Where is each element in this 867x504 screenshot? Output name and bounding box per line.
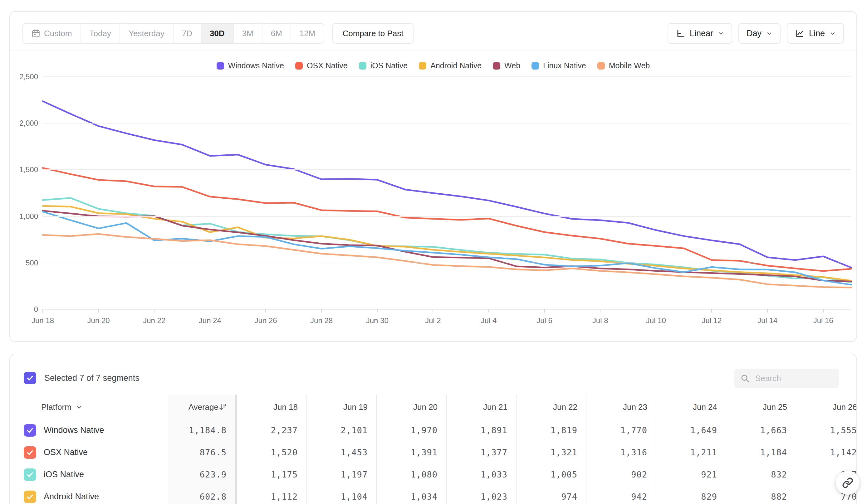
day-header-label: Jun 26 [833,402,857,412]
column-header-jun-19[interactable]: Jun 19 [307,395,377,419]
column-header-average[interactable]: Average [168,395,237,419]
segment-checkbox-osx-native[interactable] [24,446,36,459]
day-value: 1,453 [341,448,368,457]
column-header-jun-24[interactable]: Jun 24 [656,395,726,419]
value-cell-jun-20: 1,034 [377,485,447,504]
value-cell-jun-19: 1,104 [307,485,377,504]
day-header-label: Jun 21 [483,402,507,412]
x-axis-tick [600,309,600,313]
y-axis-label: 0 [11,305,38,314]
column-header-jun-23[interactable]: Jun 23 [586,395,656,419]
y-axis-label: 1,000 [11,212,38,221]
value-cell-jun-23: 1,316 [586,441,656,463]
value-cell-jun-21: 1,891 [447,419,516,441]
day-value: 1,211 [691,448,717,457]
value-cell-jun-25: 1,663 [726,419,796,441]
day-value: 1,005 [550,470,577,479]
select-all-checkbox[interactable] [24,372,36,384]
day-header-label: Jun 23 [623,402,647,412]
x-axis-tick [210,309,210,313]
day-value: 1,033 [481,470,507,479]
average-value: 623.9 [200,470,227,479]
day-header-label: Jun 24 [693,402,717,412]
value-cell-jun-24: 829 [656,485,726,504]
platform-cell-android-native: Android Native [10,485,168,504]
value-cell-jun-23: 942 [586,485,656,504]
segments-card: Selected 7 of 7 segments PlatformAverage… [9,354,857,504]
column-header-jun-22[interactable]: Jun 22 [516,395,586,419]
average-cell: 623.9 [168,463,237,485]
day-header-label: Jun 18 [274,402,298,412]
x-axis-label: Jul 8 [592,316,608,325]
value-cell-jun-22: 1,321 [516,441,586,463]
x-axis-label: Jul 14 [758,316,778,325]
value-cell-jun-25: 882 [726,485,796,504]
day-value: 1,184 [760,448,787,457]
platform-label: Android Native [44,492,99,502]
y-axis-label: 2,500 [11,72,38,81]
value-cell-jun-21: 1,023 [447,485,516,504]
day-value: 902 [631,470,647,479]
gridline-1000 [43,216,851,217]
day-value: 1,391 [411,448,438,457]
checkmark-icon [26,426,34,435]
y-axis-label: 1,500 [11,165,38,174]
checkmark-icon [26,374,34,382]
checkmark-icon [26,471,34,479]
day-value: 1,080 [411,470,438,479]
plot-area [43,77,851,309]
column-header-jun-26[interactable]: Jun 26 [796,395,857,419]
average-cell: 1,184.8 [168,419,237,441]
search-box [734,369,839,388]
column-header-jun-18[interactable]: Jun 18 [237,395,307,419]
search-input[interactable] [754,373,833,384]
segment-checkbox-android-native[interactable] [24,491,36,503]
x-axis-tick [823,309,824,313]
segment-checkbox-windows-native[interactable] [24,424,36,437]
x-axis-tick [42,309,43,313]
search-icon [740,374,750,383]
column-header-platform[interactable]: Platform [10,395,168,419]
x-axis-label: Jul 2 [425,316,441,325]
x-axis-label: Jun 22 [143,316,165,325]
day-value: 1,023 [481,492,507,502]
day-value: 882 [771,492,787,502]
day-value: 1,321 [550,448,577,457]
table-row-windows-native: Windows Native1,184.82,2372,1011,9701,89… [10,419,857,441]
day-header-label: Jun 25 [763,402,787,412]
x-axis-label: Jul 4 [481,316,497,325]
platform-header-label: Platform [41,402,72,412]
day-value: 832 [771,470,787,479]
x-axis-label: Jun 18 [32,316,54,325]
x-axis-tick [377,309,378,313]
segment-checkbox-ios-native[interactable] [24,469,36,481]
average-value: 1,184.8 [189,425,227,435]
share-link-button[interactable] [836,471,859,495]
value-cell-jun-21: 1,377 [447,441,516,463]
day-value: 1,104 [341,492,368,502]
x-axis-tick [265,309,266,313]
link-icon [842,477,853,489]
value-cell-jun-22: 974 [516,485,586,504]
x-axis-tick [432,309,433,313]
day-value: 1,316 [620,448,647,457]
average-cell: 876.5 [168,441,237,463]
chart-card: CustomTodayYesterday7D30D3M6M12M Compare… [9,11,857,342]
column-header-jun-25[interactable]: Jun 25 [726,395,796,419]
value-cell-jun-25: 1,184 [726,441,796,463]
x-axis-label: Jun 24 [199,316,221,325]
column-header-jun-21[interactable]: Jun 21 [447,395,516,419]
average-value: 876.5 [200,448,227,457]
day-value: 1,034 [411,492,438,502]
value-cell-jun-19: 1,197 [307,463,377,485]
day-value: 974 [561,492,577,502]
value-cell-jun-24: 1,649 [656,419,726,441]
day-value: 1,197 [341,470,368,479]
column-header-jun-20[interactable]: Jun 20 [377,395,447,419]
x-axis-tick [321,309,322,313]
value-cell-jun-26: 1,142 [796,441,857,463]
day-value: 1,649 [691,425,717,435]
gridline-500 [43,263,851,263]
gridline-0 [43,309,851,310]
day-header-label: Jun 22 [553,402,577,412]
